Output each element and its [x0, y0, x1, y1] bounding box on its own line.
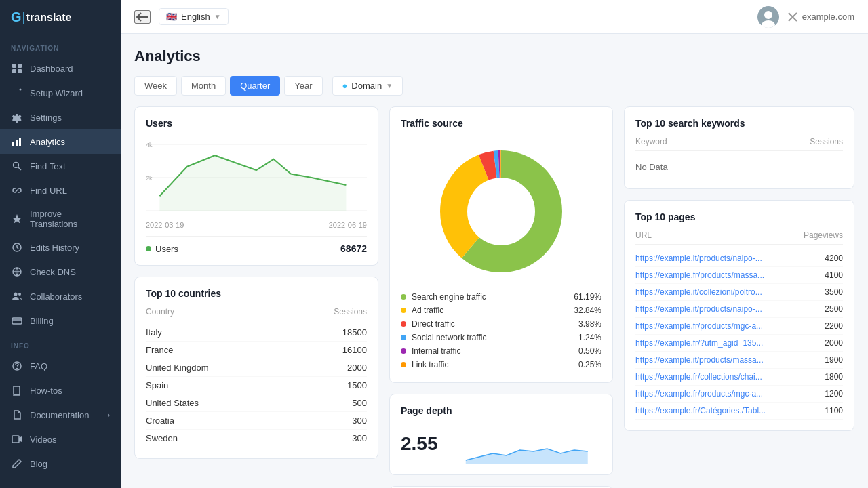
tab-month[interactable]: Month [181, 76, 226, 96]
sidebar-item-edits-history[interactable]: Edits History [0, 235, 121, 260]
analytics-grid: Users 4k 2k [134, 106, 854, 488]
svg-marker-30 [159, 155, 346, 211]
list-item: https://example.fr/products/massa... 410… [635, 267, 843, 284]
users-chart-svg: 4k 2k [146, 137, 367, 218]
keywords-card-title: Top 10 search keywords [635, 118, 843, 129]
legend-row-internal: Internal traffic 0.50% [401, 344, 601, 358]
page-url[interactable]: https://example.it/products/massa... [635, 355, 764, 365]
tab-year[interactable]: Year [284, 76, 322, 96]
page-url[interactable]: https://example.it/products/naipo-... [635, 304, 762, 314]
pages-card-title: Top 10 pages [635, 211, 843, 222]
sidebar-item-blog[interactable]: Blog [0, 451, 121, 476]
sidebar-item-videos[interactable]: Videos [0, 427, 121, 451]
book-icon [11, 384, 23, 396]
legend-label-link: Link traffic [412, 360, 448, 369]
tab-quarter[interactable]: Quarter [230, 76, 280, 96]
page-url[interactable]: https://example.fr/products/massa... [635, 270, 764, 280]
domain-label: example.com [802, 12, 854, 22]
sidebar-item-check-dns-label: Check DNS [30, 267, 76, 277]
country-sessions: 1500 [347, 380, 367, 390]
sidebar-item-documentation[interactable]: Documentation › [0, 403, 121, 427]
country-name: France [146, 345, 173, 355]
legend-dot-internal [401, 348, 406, 354]
col-sessions-header: Sessions [334, 307, 367, 317]
sidebar-item-check-dns[interactable]: Check DNS [0, 260, 121, 284]
logo-g: G [11, 9, 22, 25]
page-url[interactable]: https://example.it/collezioni/poltro... [635, 287, 762, 297]
page-url[interactable]: https://example.fr/products/mgc-a... [635, 321, 763, 331]
table-row: France 16100 [146, 342, 367, 359]
chart-icon [11, 136, 23, 148]
page-views: 4200 [825, 253, 843, 263]
table-row: Croatia 300 [146, 412, 367, 430]
svg-point-8 [14, 163, 19, 168]
users-icon [11, 290, 23, 302]
logo-name: translate [26, 12, 72, 24]
page-views: 4100 [825, 270, 843, 280]
sidebar-item-setup-wizard[interactable]: Setup Wizard [0, 81, 121, 105]
sidebar-item-faq[interactable]: FAQ [0, 354, 121, 378]
content-area: Analytics Week Month Quarter Year ● Doma… [121, 34, 868, 488]
legend-value-social: 1.24% [578, 333, 601, 342]
sidebar-item-find-text[interactable]: Find Text [0, 154, 121, 178]
sidebar-item-dashboard-label: Dashboard [30, 64, 73, 74]
language-selector[interactable]: 🇬🇧 English ▼ [159, 8, 229, 25]
page-url[interactable]: https://example.fr/products/mgc-a... [635, 389, 763, 399]
sidebar-item-analytics-label: Analytics [30, 137, 65, 147]
page-url[interactable]: https://example.fr/collections/chai... [635, 372, 762, 382]
sidebar-item-collaborators[interactable]: Collaborators [0, 284, 121, 308]
legend-label-direct: Direct traffic [412, 319, 455, 329]
tab-week[interactable]: Week [134, 76, 177, 96]
back-button[interactable] [134, 10, 151, 24]
svg-marker-10 [12, 214, 22, 224]
legend-dot-link [401, 362, 406, 367]
no-data-label: No Data [635, 157, 843, 178]
chevron-right-icon: › [108, 411, 110, 419]
svg-rect-19 [12, 436, 19, 443]
list-item: https://example.fr/Catégories./Tabl... 1… [635, 403, 843, 420]
list-item: https://example.it/products/naipo-... 42… [635, 250, 843, 267]
legend-left: Social network traffic [401, 333, 487, 342]
legend-row-ad: Ad traffic 32.84% [401, 304, 601, 317]
keyword-col-header: Keyword [635, 137, 667, 146]
sidebar-item-billing[interactable]: Billing [0, 308, 121, 333]
globe-icon [11, 266, 23, 278]
sidebar-item-improve-translations[interactable]: Improve Translations [0, 203, 121, 235]
clock-icon [11, 241, 23, 253]
video-icon [11, 433, 23, 445]
sidebar-item-settings[interactable]: Settings [0, 105, 121, 129]
page-url[interactable]: https://example.fr/Catégories./Tabl... [635, 406, 766, 415]
question-icon [11, 360, 23, 372]
sidebar-item-find-url[interactable]: Find URL [0, 178, 121, 203]
page-url[interactable]: https://example.it/products/naipo-... [635, 253, 762, 263]
page-url[interactable]: https://example.fr/?utm_agid=135... [635, 338, 763, 348]
countries-table-header: Country Sessions [146, 307, 367, 321]
list-item: https://example.fr/?utm_agid=135... 2000 [635, 335, 843, 352]
table-row: Spain 1500 [146, 377, 367, 394]
sidebar-item-edits-history-label: Edits History [30, 243, 79, 253]
legend-row-link: Link traffic 0.25% [401, 358, 601, 371]
table-row: United States 500 [146, 394, 367, 412]
users-chart: 4k 2k [146, 137, 367, 218]
domain-btn-label: Domain [351, 81, 382, 91]
countries-table-body: Italy 18500 France 16100 United Kingdom … [146, 324, 367, 447]
svg-point-37 [469, 179, 534, 244]
country-sessions: 500 [352, 398, 367, 408]
main-area: 🇬🇧 English ▼ example.com Analytics Week … [121, 0, 868, 488]
header: 🇬🇧 English ▼ example.com [121, 0, 868, 34]
sidebar-item-blog-label: Blog [30, 459, 47, 469]
sidebar-item-videos-label: Videos [30, 434, 57, 445]
pages-col-headers: URL Pageviews [635, 230, 843, 245]
list-item: https://example.it/collezioni/poltro... … [635, 284, 843, 301]
sidebar-item-find-text-label: Find Text [30, 161, 66, 171]
country-sessions: 2000 [347, 363, 367, 373]
countries-card-title: Top 10 countries [146, 288, 367, 299]
sidebar-item-dashboard[interactable]: Dashboard [0, 56, 121, 81]
legend-row-direct: Direct traffic 3.98% [401, 317, 601, 331]
sidebar-item-analytics[interactable]: Analytics [0, 129, 121, 154]
domain-button[interactable]: ● Domain ▼ [332, 76, 403, 96]
users-card: Users 4k 2k [134, 106, 378, 266]
svg-rect-0 [12, 64, 16, 68]
sidebar-item-how-tos[interactable]: How-tos [0, 378, 121, 403]
legend-left: Search engine traffic [401, 292, 486, 302]
